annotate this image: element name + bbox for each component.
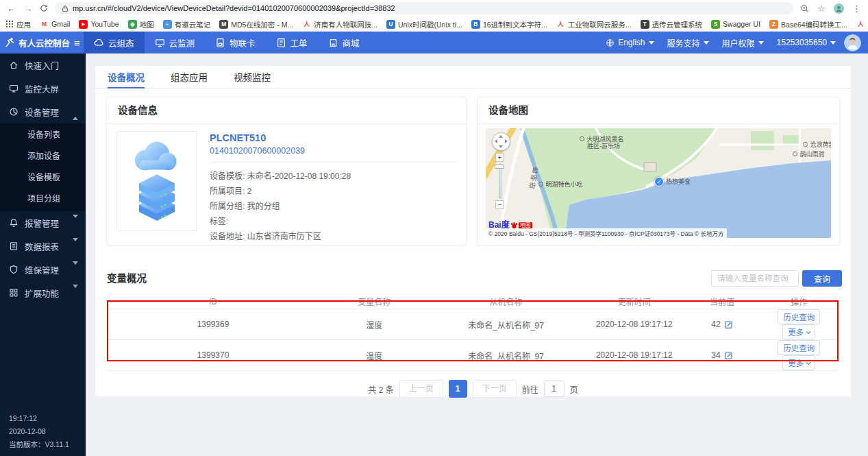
bookmark-item[interactable]: ◆地图	[128, 19, 154, 29]
bookmark-item[interactable]: ≡有道云笔记	[163, 19, 211, 29]
sidebar-subitem-2[interactable]: 添加设备	[0, 146, 86, 167]
sidebar-item-4[interactable]: 报警管理	[0, 211, 86, 235]
map-zoom-out-button[interactable]: −	[495, 200, 504, 209]
tab-1[interactable]: 设备概况	[108, 66, 145, 88]
sidebar-item-label: 维保管理	[25, 263, 59, 276]
divider	[210, 162, 456, 163]
cell-value: 34	[685, 340, 758, 371]
collapse-menu-icon[interactable]: ≡	[74, 37, 80, 49]
device-field-label: 标签	[210, 217, 226, 226]
alarm-icon	[9, 218, 18, 228]
browser-menu-icon[interactable]: ⋮	[852, 3, 861, 14]
map-zoom-in-button[interactable]: +	[495, 153, 504, 162]
prev-page-button[interactable]: 上一页	[399, 380, 443, 398]
map-pan-control[interactable]	[492, 132, 510, 151]
topbar-menu-2[interactable]: 服务支持	[667, 37, 709, 49]
browser-reload-icon[interactable]	[40, 4, 48, 12]
device-field: 设备模板: 未命名-2020-12-08 19:00:28	[210, 169, 456, 184]
topbar-menu-label: 服务支持	[667, 37, 700, 49]
sidebar-subitem-3[interactable]: 设备模板	[0, 167, 86, 189]
sidebar-item-6[interactable]: 维保管理	[0, 258, 86, 281]
map-poi-spot2: ⊙ 鹊山雨润	[792, 151, 825, 158]
pan-left-icon[interactable]	[495, 139, 497, 143]
sidebar-subitem-1[interactable]: 设备列表	[0, 125, 86, 146]
bookmark-label: 济南有人物联网技...	[314, 19, 377, 29]
pan-right-icon[interactable]	[505, 139, 508, 143]
browser-back-icon[interactable]: ←	[7, 3, 16, 13]
sidebar-menu: 快速入门监控大屏设备管理设备列表添加设备设备模板项目分组报警管理数据报表维保管理…	[0, 53, 86, 304]
bookmark-item[interactable]: 人MES | 有人物联网	[856, 19, 868, 29]
topbar-menu-3[interactable]: 用户权限	[722, 37, 764, 49]
sidebar-subitem-4[interactable]: 项目分组	[0, 189, 86, 210]
bookmark-item[interactable]: 人工业物联网云服务...	[556, 19, 632, 29]
bookmark-item[interactable]: MMD5在线加密 - M...	[219, 19, 293, 29]
sidebar-item-3[interactable]: 设备管理	[0, 100, 86, 123]
history-query-button[interactable]: 历史查询	[778, 340, 820, 355]
more-button[interactable]: 更多	[782, 355, 815, 370]
zoom-out-icon[interactable]	[800, 4, 809, 13]
device-map-title: 设备地图	[478, 97, 839, 124]
browser-profile-avatar[interactable]	[834, 3, 844, 14]
nav-item-2[interactable]: 云监测	[145, 32, 206, 53]
usr-person-icon: 人	[856, 20, 865, 29]
variable-search-input[interactable]	[711, 270, 799, 287]
bookmark-item[interactable]: B16进制到文本字符...	[471, 19, 547, 29]
sidebar-item-1[interactable]: 快速入门	[0, 53, 86, 77]
bookmark-item[interactable]: UUnix时间戳(Unix ti...	[386, 19, 462, 29]
cell-id-text: 1399370	[197, 350, 230, 360]
device-name-link[interactable]: PLCNET510	[210, 132, 456, 143]
bookmark-item[interactable]: 人济南有人物联网技...	[302, 19, 377, 29]
topbar-menu-1[interactable]: English	[606, 38, 654, 47]
history-query-button[interactable]: 历史查询	[778, 309, 820, 324]
nav-item-3[interactable]: 物联卡	[205, 32, 266, 53]
pan-up-icon[interactable]	[499, 135, 503, 138]
bookmark-label: Gmail	[51, 20, 70, 28]
tab-3[interactable]: 视频监控	[234, 66, 271, 88]
edit-value-icon[interactable]	[724, 320, 733, 329]
pagination: 共 2 条 上一页 1 下一页 前往 页	[95, 380, 851, 398]
marker-check-icon[interactable]: ✓	[654, 177, 664, 187]
tab-bar: 设备概况组态应用视频监控	[95, 66, 851, 88]
next-page-button[interactable]: 下一页	[473, 380, 517, 398]
sidebar-item-2[interactable]: 监控大屏	[0, 77, 86, 100]
table-row: 1399369湿度未命名_从机名称_972020-12-08 19:17:124…	[107, 309, 839, 340]
bookmark-label: 有道云笔记	[175, 19, 211, 29]
user-avatar[interactable]	[844, 34, 861, 51]
device-map-card: 设备地图	[477, 97, 840, 245]
cell-id-text: 1399369	[197, 320, 230, 329]
device-id-link[interactable]: 01401020070600002039	[210, 146, 456, 156]
sidebar-item-5[interactable]: 数据报表	[0, 235, 86, 258]
topbar-menu-4[interactable]: 15253035650	[777, 38, 836, 47]
goto-page-input[interactable]	[544, 381, 565, 397]
bookmark-item[interactable]: SSwagger UI	[711, 20, 760, 29]
bookmark-item[interactable]: 应用	[5, 19, 31, 29]
bookmark-item[interactable]: T透传云管理系统	[641, 19, 703, 29]
bookmark-star-icon[interactable]: ☆	[817, 3, 826, 14]
chevron-down-icon	[73, 288, 78, 298]
nav-item-5[interactable]: 商城	[318, 32, 370, 53]
address-bar[interactable]: mp.usr.cn/#/cloudV2/device/ViewDeviceDet…	[55, 2, 793, 14]
nav-item-4[interactable]: 工单	[266, 32, 318, 53]
baidu-map[interactable]: ⊙ 大明湖风景名 胜区-游乐场 ⊙ 明湖特色小吃 ⊙ 沧浪荷韵 ⊙ 鹊山雨润 启…	[486, 128, 831, 238]
browser-forward-icon[interactable]: →	[23, 3, 33, 13]
pan-down-icon[interactable]	[499, 145, 503, 148]
tab-2[interactable]: 组态应用	[171, 66, 208, 88]
brand[interactable]: 有人云控制台 ≡	[0, 36, 84, 49]
bookmark-item[interactable]: ZBase64编码转换工...	[769, 19, 847, 29]
more-button[interactable]: 更多	[782, 324, 815, 339]
bookmark-item[interactable]: MGmail	[40, 20, 70, 29]
maps-icon: ◆	[128, 20, 137, 29]
sidebar-item-7[interactable]: 扩展功能	[0, 281, 86, 304]
hex-text-icon: B	[471, 20, 480, 29]
map-zoom-handle[interactable]	[495, 164, 504, 169]
query-button[interactable]: 查询	[802, 270, 842, 287]
edit-value-icon[interactable]	[724, 351, 733, 360]
current-page-button[interactable]: 1	[449, 380, 467, 398]
topbar-menu-label: English	[618, 38, 645, 47]
device-field-label: 设备模板	[210, 171, 243, 181]
device-map-marker[interactable]: ✓ 热热美食	[654, 177, 691, 187]
map-poi-park: ⊙ 大明湖风景名	[579, 136, 624, 143]
bookmark-item[interactable]: ▶YouTube	[79, 20, 119, 29]
column-header: ID	[107, 294, 319, 309]
nav-item-1[interactable]: 云组态	[84, 32, 145, 53]
